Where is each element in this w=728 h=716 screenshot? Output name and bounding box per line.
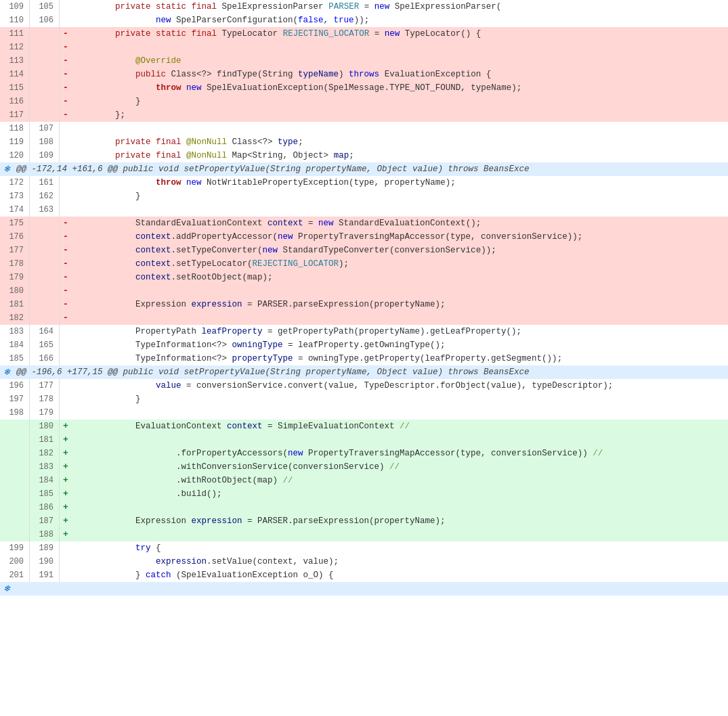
diff-code — [72, 41, 728, 54]
diff-row: 181 - Expression expression = PARSER.par… — [0, 298, 728, 311]
diff-row: 179 - context.setRootObject(map); — [0, 271, 728, 284]
line-num-new: 177 — [30, 379, 60, 393]
line-num-old: 177 — [0, 244, 30, 257]
diff-code — [72, 203, 728, 217]
diff-marker — [60, 379, 72, 393]
diff-marker: + — [60, 420, 72, 433]
line-num-new — [30, 68, 60, 81]
diff-marker — [60, 325, 72, 338]
diff-marker — [60, 149, 72, 162]
diff-code: private static final TypeLocator REJECTI… — [72, 27, 728, 41]
diff-code: context.setTypeConverter(new StandardTyp… — [72, 244, 728, 257]
line-num-old: 174 — [0, 203, 30, 217]
diff-code: public Class<?> findType(String typeName… — [72, 68, 728, 81]
hunk-icon: ❄ — [0, 365, 14, 379]
line-num-old: 183 — [0, 325, 30, 338]
diff-marker: + — [60, 487, 72, 501]
diff-row: ❄ @@ -196,6 +177,15 @@ public void setPr… — [0, 365, 728, 379]
diff-code: PropertyPath leafProperty = getPropertyP… — [72, 325, 728, 338]
line-num-old — [0, 420, 30, 433]
line-num-new: 161 — [30, 176, 60, 189]
line-num-old: 181 — [0, 298, 30, 311]
diff-row: 113 - @Override — [0, 54, 728, 68]
diff-code: } — [72, 189, 728, 203]
line-num-old: 196 — [0, 379, 30, 393]
line-num-new: 181 — [30, 433, 60, 447]
diff-row: 178 - context.setTypeLocator(REJECTING_L… — [0, 257, 728, 271]
line-num-old: 111 — [0, 27, 30, 41]
line-num-new: 188 — [30, 528, 60, 541]
diff-code: StandardEvaluationContext context = new … — [72, 217, 728, 230]
hunk-text — [14, 582, 728, 596]
line-num-new: 180 — [30, 420, 60, 433]
diff-row: 175 - StandardEvaluationContext context … — [0, 217, 728, 230]
diff-marker — [60, 393, 72, 406]
diff-row: 198 179 — [0, 406, 728, 420]
line-num-new: 106 — [30, 14, 60, 27]
diff-code — [72, 501, 728, 514]
diff-marker — [60, 338, 72, 352]
diff-marker: - — [60, 230, 72, 244]
line-num-new — [30, 271, 60, 284]
diff-code: context.addPropertyAccessor(new Property… — [72, 230, 728, 244]
diff-code — [72, 122, 728, 135]
diff-code: context.setRootObject(map); — [72, 271, 728, 284]
diff-row: 201 191 } catch (SpelEvaluationException… — [0, 568, 728, 582]
diff-code: TypeInformation<?> owningType = leafProp… — [72, 338, 728, 352]
diff-code: private final @NonNull Class<?> type; — [72, 135, 728, 149]
line-num-new: 179 — [30, 406, 60, 420]
line-num-old: 114 — [0, 68, 30, 81]
diff-row: 199 189 try { — [0, 541, 728, 555]
line-num-old: 117 — [0, 108, 30, 122]
line-num-old: 184 — [0, 338, 30, 352]
diff-row: 181 + — [0, 433, 728, 447]
diff-row: 184 + .withRootObject(map) // — [0, 474, 728, 487]
diff-row: 187 + Expression expression = PARSER.par… — [0, 514, 728, 528]
line-num-new: 183 — [30, 460, 60, 474]
line-num-old — [0, 501, 30, 514]
line-num-old: 201 — [0, 568, 30, 582]
line-num-new: 178 — [30, 393, 60, 406]
line-num-new — [30, 41, 60, 54]
diff-marker — [60, 406, 72, 420]
line-num-new — [30, 230, 60, 244]
line-num-new: 163 — [30, 203, 60, 217]
diff-marker — [60, 568, 72, 582]
diff-code: .forPropertyAccessors(new PropertyTraver… — [72, 447, 728, 460]
line-num-new: 108 — [30, 135, 60, 149]
diff-code: context.setTypeLocator(REJECTING_LOCATOR… — [72, 257, 728, 271]
line-num-new: 184 — [30, 474, 60, 487]
diff-code: TypeInformation<?> propertyType = owning… — [72, 352, 728, 365]
diff-marker — [60, 189, 72, 203]
diff-row: 111 - private static final TypeLocator R… — [0, 27, 728, 41]
diff-row: 120 109 private final @NonNull Map<Strin… — [0, 149, 728, 162]
diff-marker — [60, 0, 72, 14]
diff-view: 109 105 private static final SpelExpress… — [0, 0, 728, 716]
diff-code: EvaluationContext context = SimpleEvalua… — [72, 420, 728, 433]
diff-row: 183 164 PropertyPath leafProperty = getP… — [0, 325, 728, 338]
diff-row: 109 105 private static final SpelExpress… — [0, 0, 728, 14]
line-num-old: 180 — [0, 284, 30, 298]
diff-marker: - — [60, 284, 72, 298]
diff-row: 119 108 private final @NonNull Class<?> … — [0, 135, 728, 149]
line-num-new: 107 — [30, 122, 60, 135]
line-num-old — [0, 433, 30, 447]
line-num-old — [0, 528, 30, 541]
diff-code: }; — [72, 108, 728, 122]
diff-marker — [60, 555, 72, 568]
diff-code: } — [72, 95, 728, 108]
line-num-new — [30, 95, 60, 108]
line-num-old: 112 — [0, 41, 30, 54]
diff-code: throw new NotWritablePropertyException(t… — [72, 176, 728, 189]
line-num-old: 110 — [0, 14, 30, 27]
line-num-new: 187 — [30, 514, 60, 528]
diff-marker: - — [60, 95, 72, 108]
line-num-new — [30, 54, 60, 68]
line-num-old — [0, 514, 30, 528]
line-num-old — [0, 460, 30, 474]
diff-marker: + — [60, 528, 72, 541]
diff-row: 184 165 TypeInformation<?> owningType = … — [0, 338, 728, 352]
line-num-new: 166 — [30, 352, 60, 365]
diff-row: 188 + — [0, 528, 728, 541]
diff-row: ❄ @@ -172,14 +161,6 @@ public void setPr… — [0, 162, 728, 176]
